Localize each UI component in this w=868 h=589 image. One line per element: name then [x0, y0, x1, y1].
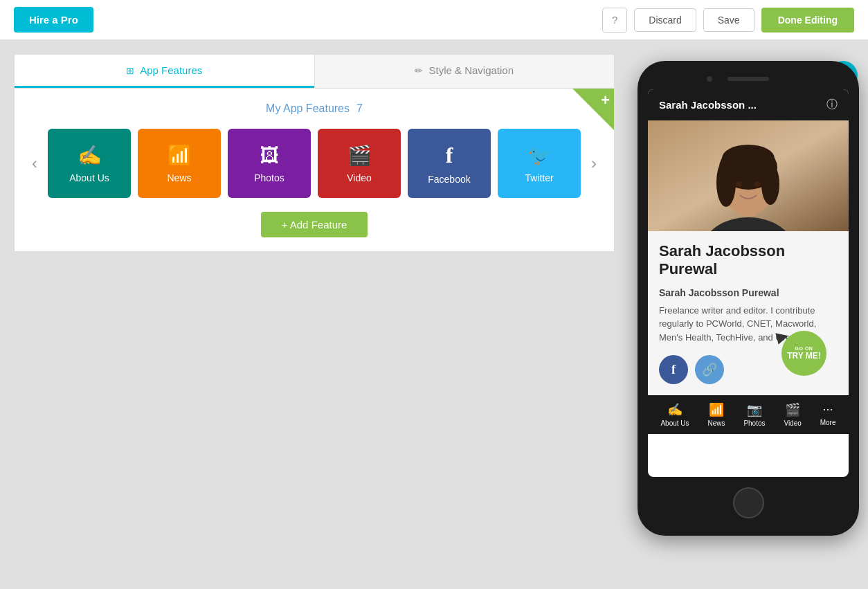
- nav-video-label: Video: [784, 419, 801, 427]
- next-arrow[interactable]: ›: [588, 154, 600, 173]
- tab-app-features[interactable]: ⊞ App Features: [15, 55, 314, 88]
- facebook-f-icon: f: [671, 363, 676, 377]
- nav-item-photos[interactable]: 📷 Photos: [743, 402, 765, 427]
- top-bar-actions: ? Discard Save Done Editing: [602, 8, 854, 33]
- left-panel: ⊞ App Features ✏ Style & Navigation My A…: [0, 40, 629, 589]
- phone-bottom: [648, 477, 849, 525]
- features-header-label: My App Features: [266, 102, 350, 115]
- about-us-label: About Us: [69, 172, 109, 183]
- phone-mockup: Sarah Jacobsson ... ⓘ: [638, 61, 859, 536]
- try-me-badge[interactable]: GO ON TRY ME!: [781, 331, 826, 376]
- info-icon: ⓘ: [826, 98, 838, 112]
- tab-app-features-label: App Features: [140, 64, 202, 76]
- photos-icon: 🖼: [260, 144, 279, 167]
- about-us-icon: ✍: [78, 144, 102, 167]
- help-button[interactable]: ?: [602, 8, 627, 33]
- link-icon: 🔗: [702, 362, 717, 377]
- video-label: Video: [347, 172, 372, 183]
- features-list: ✍ About Us 📶 News 🖼 Photos 🎬 Video: [48, 129, 581, 198]
- profile-name-small: Sarah Jacobsson Purewal: [659, 287, 838, 298]
- feature-item-video[interactable]: 🎬 Video: [318, 129, 401, 198]
- tab-style-nav-label: Style & Navigation: [428, 64, 514, 76]
- features-header: My App Features 7: [28, 102, 600, 115]
- profile-image: [648, 120, 849, 231]
- facebook-social-icon[interactable]: f: [659, 355, 688, 384]
- link-social-icon[interactable]: 🔗: [695, 355, 724, 384]
- bottom-nav: ✍ About Us 📶 News 📷 Photos 🎬 Video: [648, 395, 849, 434]
- feature-item-news[interactable]: 📶 News: [138, 129, 221, 198]
- photos-label: Photos: [254, 172, 284, 183]
- nav-item-more[interactable]: ··· More: [820, 402, 836, 427]
- app-title: Sarah Jacobsson ...: [659, 99, 757, 111]
- facebook-label: Facebook: [428, 174, 470, 185]
- hire-pro-button[interactable]: Hire a Pro: [14, 7, 93, 33]
- nav-photos-label: Photos: [743, 419, 765, 427]
- feature-item-about-us[interactable]: ✍ About Us: [48, 129, 131, 198]
- try-me-top-text: GO ON: [795, 346, 813, 351]
- nav-item-video[interactable]: 🎬 Video: [784, 402, 801, 427]
- phone-screen: Sarah Jacobsson ... ⓘ: [648, 89, 849, 477]
- corner-plus-sign: +: [601, 93, 610, 108]
- feature-item-photos[interactable]: 🖼 Photos: [228, 129, 311, 198]
- done-editing-button[interactable]: Done Editing: [761, 8, 854, 33]
- app-features-icon: ⊞: [126, 65, 134, 76]
- nav-about-us-label: About Us: [660, 419, 689, 427]
- tab-style-navigation[interactable]: ✏ Style & Navigation: [314, 55, 615, 88]
- facebook-icon: f: [446, 143, 453, 168]
- news-icon: 📶: [168, 144, 192, 167]
- nav-news-label: News: [707, 419, 725, 427]
- feature-item-twitter[interactable]: 🐦 Twitter: [498, 129, 581, 198]
- video-icon: 🎬: [347, 144, 372, 167]
- twitter-icon: 🐦: [527, 144, 552, 167]
- nav-item-about-us[interactable]: ✍ About Us: [660, 402, 689, 427]
- features-count: 7: [356, 102, 363, 115]
- right-panel: Sarah Jacobsson ... ⓘ: [629, 40, 868, 589]
- top-bar: Hire a Pro ? Discard Save Done Editing: [0, 0, 868, 40]
- phone-top: [648, 71, 849, 89]
- try-me-main-text: TRY ME!: [787, 351, 821, 361]
- svg-point-6: [761, 163, 779, 205]
- profile-content: Sarah Jacobsson Purewal Sarah Jacobsson …: [648, 231, 849, 395]
- nav-news-icon: 📶: [709, 402, 724, 417]
- nav-about-us-icon: ✍: [667, 402, 682, 417]
- style-nav-icon: ✏: [415, 65, 423, 76]
- features-area: My App Features 7 + ‹ ✍ About Us 📶 News: [14, 89, 615, 252]
- profile-name-large: Sarah Jacobsson Purewal: [659, 242, 838, 279]
- features-row: ‹ ✍ About Us 📶 News 🖼 Photos: [28, 129, 600, 198]
- app-header: Sarah Jacobsson ... ⓘ: [648, 89, 849, 120]
- prev-arrow[interactable]: ‹: [28, 154, 41, 173]
- feature-item-facebook[interactable]: f Facebook: [408, 129, 491, 198]
- nav-more-icon: ···: [823, 402, 833, 417]
- save-button[interactable]: Save: [703, 8, 754, 32]
- svg-point-7: [722, 145, 775, 172]
- nav-more-label: More: [820, 419, 836, 426]
- home-button[interactable]: [733, 487, 764, 518]
- nav-item-news[interactable]: 📶 News: [707, 402, 725, 427]
- discard-button[interactable]: Discard: [634, 8, 696, 32]
- nav-video-icon: 🎬: [785, 402, 800, 417]
- tabs-container: ⊞ App Features ✏ Style & Navigation: [14, 54, 615, 89]
- svg-point-8: [736, 181, 743, 187]
- twitter-label: Twitter: [525, 172, 553, 183]
- nav-photos-icon: 📷: [747, 402, 762, 417]
- svg-point-9: [754, 181, 761, 187]
- profile-photo: [648, 120, 849, 231]
- add-feature-button[interactable]: + Add Feature: [261, 212, 368, 237]
- news-label: News: [167, 172, 191, 183]
- main-layout: ⊞ App Features ✏ Style & Navigation My A…: [0, 40, 868, 589]
- phone-speaker: [727, 77, 769, 81]
- phone-camera: [707, 76, 712, 82]
